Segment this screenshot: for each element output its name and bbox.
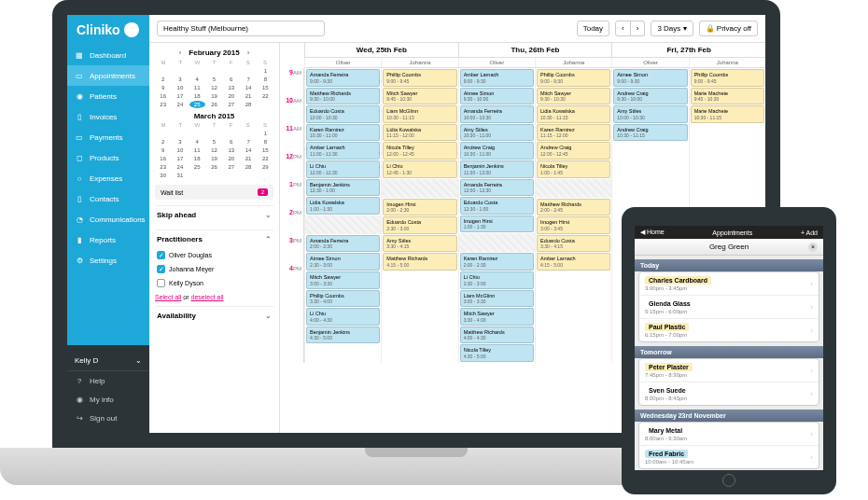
appointment[interactable]: Nicola Tilley1:00 - 1:45	[537, 160, 610, 178]
nav-products[interactable]: ◻Products	[67, 147, 149, 168]
nav-invoices[interactable]: ▯Invoices	[67, 106, 149, 127]
appointment[interactable]: Amanda Ferreira12:00 - 12:30	[460, 179, 534, 197]
nav-payments[interactable]: ▭Payments	[67, 127, 149, 147]
appointment[interactable]: Li Chiu4:00 - 4:30	[306, 308, 380, 326]
appointment[interactable]: Matthew Richards9:30 - 10:00	[306, 88, 380, 105]
tablet-appointment-row[interactable]: Glenda Glass5:15pm - 6:00pm›	[639, 296, 819, 319]
nav-appointments[interactable]: ▭Appointments	[67, 65, 149, 86]
nav-dashboard[interactable]: ▦Dashboard	[67, 45, 149, 65]
appointment[interactable]: Imogen Hirst1:00 - 1:30	[460, 215, 534, 233]
appointment[interactable]: Benjamin Jenkins4:30 - 5:00	[306, 326, 380, 344]
calendar-column[interactable]: Amber Larnach9:00 - 9:30Aimee Simon9:30 …	[458, 68, 535, 363]
appointment[interactable]: Phillip Coombs9:00 - 9:30	[537, 69, 610, 87]
prev-button[interactable]: ‹	[615, 21, 631, 36]
appointment[interactable]: Li Chiu12:45 - 1:30	[383, 160, 456, 178]
availability-toggle[interactable]: Availability⌄	[155, 306, 273, 325]
appointment[interactable]: Amy Stiles10:00 - 10:30	[613, 105, 687, 123]
appointment[interactable]: Andrew Craig9:30 - 10:00	[613, 88, 687, 105]
appointment[interactable]: Amanda Ferreira10:00 - 10:30	[460, 105, 534, 123]
practitioner-item[interactable]: ✓Johanna Meyer	[155, 262, 273, 276]
calendar-column[interactable]: Phillip Coombs9:00 - 9:30Mitch Sawyer9:3…	[535, 68, 611, 363]
appointment[interactable]: Marie Machete9:45 - 10:30	[691, 88, 764, 105]
next-month-button[interactable]: ›	[244, 49, 254, 57]
appointment[interactable]: Nicola Tilley4:30 - 5:00	[460, 344, 534, 362]
appointment[interactable]: Aimee Simon9:30 - 10:00	[460, 88, 534, 105]
footer-help[interactable]: ?Help	[67, 371, 149, 390]
privacy-toggle[interactable]: 🔒 Privacy off	[699, 21, 758, 36]
appointment[interactable]: Imogen Hirst3:00 - 3:45	[537, 216, 610, 234]
appointment[interactable]: Karen Ramirez2:00 - 2:30	[460, 253, 534, 271]
skip-ahead-toggle[interactable]: Skip ahead⌄	[155, 205, 273, 224]
mini-calendar-1[interactable]: 1234567891011121314151617181920212223242…	[155, 67, 273, 108]
appointment[interactable]: Phillip Coombs3:30 - 4:00	[306, 290, 380, 308]
practitioner-item[interactable]: ✓Oliver Douglas	[155, 248, 273, 262]
calendar-column[interactable]: Phillip Coombs9:00 - 9:45Mitch Sawyer9:4…	[381, 68, 457, 363]
appointment[interactable]: Amanda Ferreira2:00 - 2:30	[306, 235, 380, 253]
appointment[interactable]: Benjamin Jenkins12:30 - 1:00	[306, 179, 380, 197]
tablet-appointment-row[interactable]: Peter Plaster7:45pm - 8:30pm›	[639, 359, 819, 382]
tablet-appointment-row[interactable]: Sven Suede8:00pm - 8:45pm›	[639, 382, 819, 405]
appointment[interactable]: Andrew Craig12:00 - 12:45	[537, 142, 610, 160]
appointment[interactable]: Amber Larnach9:00 - 9:30	[460, 69, 534, 87]
appointment[interactable]: Liam McGlinn10:30 - 11:15	[383, 105, 456, 123]
appointment[interactable]: Eduardo Costa10:00 - 10:30	[306, 105, 380, 123]
checkbox[interactable]: ✓	[157, 251, 165, 259]
tablet-appointment-row[interactable]: Charles Cardboard3:00pm - 3:45pm›	[639, 272, 819, 296]
checkbox[interactable]	[157, 279, 165, 287]
prev-month-button[interactable]: ‹	[175, 49, 186, 57]
appointment[interactable]: Karen Ramirez11:15 - 12:00	[537, 124, 610, 142]
deselect-all-link[interactable]: deselect all	[191, 294, 224, 300]
appointment[interactable]: Aimee Simon2:30 - 3:00	[306, 253, 380, 271]
tablet-appointment-row[interactable]: Fred Fabric10:00am - 10:45am›	[639, 446, 819, 468]
appointment[interactable]: Eduardo Costa3:30 - 4:15	[537, 235, 610, 253]
appointment[interactable]: Amanda Ferreira9:00 - 9:30	[306, 69, 380, 87]
waitlist-button[interactable]: Wait list 2	[155, 185, 273, 200]
add-button[interactable]: + Add	[801, 229, 818, 236]
nav-communications[interactable]: ◔Communications	[67, 209, 149, 229]
brand-logo[interactable]: Cliniko	[67, 15, 149, 45]
practitioners-toggle[interactable]: Practitioners⌃	[155, 229, 273, 248]
today-button[interactable]: Today	[577, 21, 609, 36]
tablet-appointment-row[interactable]: Mary Metal8:00am - 9:30am›	[639, 423, 819, 446]
appointment[interactable]: Lidia Kowalska11:15 - 12:00	[383, 124, 456, 142]
select-all-link[interactable]: Select all	[155, 294, 181, 300]
appointment[interactable]: Li Chiu12:00 - 12:30	[306, 160, 380, 178]
nav-expenses[interactable]: ○Expenses	[67, 168, 149, 188]
nav-settings[interactable]: ⚙Settings	[67, 250, 149, 271]
next-button[interactable]: ›	[631, 21, 646, 36]
calendar-column[interactable]: Amanda Ferreira9:00 - 9:30Matthew Richar…	[304, 68, 381, 363]
nav-reports[interactable]: ▮Reports	[67, 229, 149, 250]
appointment[interactable]: Phillip Coombs9:00 - 9:45	[691, 69, 764, 87]
appointment[interactable]: Karen Ramirez10:30 - 11:00	[306, 124, 380, 142]
tablet-appointment-row[interactable]: Paul Plastic6:15pm - 7:00pm›	[639, 319, 819, 341]
appointment[interactable]: Andrew Craig10:30 - 11:00	[460, 142, 534, 160]
appointment[interactable]: Mitch Sawyer3:30 - 4:00	[460, 308, 534, 326]
appointment[interactable]: Phillip Coombs9:00 - 9:45	[383, 69, 456, 87]
appointment[interactable]: Aimee Simon9:00 - 9:30	[613, 69, 687, 87]
appointment[interactable]: Li Chiu2:30 - 3:00	[460, 271, 534, 289]
range-select[interactable]: 3 Days ▾	[651, 21, 693, 36]
footer-sign-out[interactable]: ↪Sign out	[67, 409, 149, 427]
home-button[interactable]: ◀ Home	[640, 229, 665, 236]
appointment[interactable]: Amber Larnach11:00 - 11:30	[306, 142, 380, 160]
appointment[interactable]: Lidia Kowalska1:00 - 1:30	[306, 197, 380, 215]
appointment[interactable]: Amy Stiles10:30 - 11:00	[460, 124, 534, 142]
practitioner-item[interactable]: Kelly Dyson	[155, 276, 273, 290]
appointment[interactable]: Mitch Sawyer9:45 - 10:30	[383, 88, 456, 105]
appointment[interactable]: Matthew Richards2:00 - 2:45	[537, 199, 610, 216]
appointment[interactable]: Mitch Sawyer3:00 - 3:30	[306, 271, 380, 289]
appointment[interactable]: Benjamin Jenkins11:30 - 12:00	[460, 160, 534, 178]
appointment[interactable]: Matthew Richards4:00 - 4:30	[460, 326, 534, 344]
appointment[interactable]: Mitch Sawyer9:30 - 10:30	[537, 88, 610, 105]
mini-calendar-2[interactable]: 1234567891011121314151617181920212223242…	[155, 130, 273, 179]
appointment[interactable]: Eduardo Costa2:30 - 3:00	[383, 216, 456, 234]
appointment[interactable]: Eduardo Costa12:30 - 1:00	[460, 197, 534, 215]
appointment[interactable]: Nicola Tilley12:00 - 12:45	[383, 142, 456, 160]
current-user[interactable]: Kelly D ⌄	[67, 351, 149, 371]
appointment[interactable]: Liam McGlinn3:00 - 3:30	[460, 290, 534, 308]
appointment[interactable]: Lidia Kowalska10:30 - 11:15	[537, 105, 610, 123]
appointment[interactable]: Amy Stiles3:30 - 4:15	[383, 235, 456, 253]
nav-patients[interactable]: ◉Patients	[67, 86, 149, 106]
location-select[interactable]: Healthy Stuff (Melbourne)	[157, 21, 325, 36]
footer-my-info[interactable]: ◉My info	[67, 390, 149, 409]
